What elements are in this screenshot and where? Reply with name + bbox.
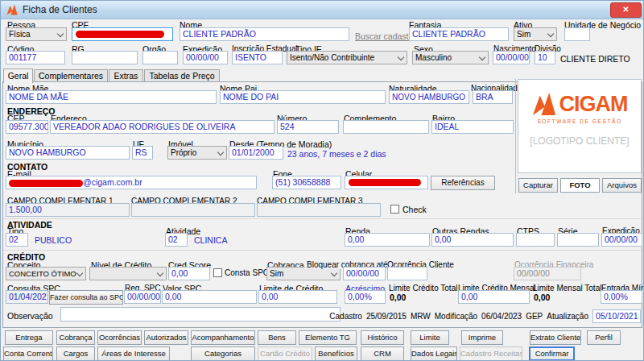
entrega-button[interactable]: Entrega [5,330,53,345]
ativo-select[interactable]: Sim [514,27,557,41]
ocorrencias-button[interactable]: Ocorrências [97,330,142,345]
numero-field[interactable]: 524 [277,120,339,134]
entrada-min-field[interactable]: 0,00% [601,290,642,304]
orgao-field[interactable] [142,51,178,64]
municipio-field[interactable]: NOVO HAMBURGO [6,146,130,160]
ctps-field[interactable] [516,233,555,247]
nome-field[interactable]: CLIENTE PADRÃO [180,27,349,41]
inscricao-estadual-field[interactable]: ISENTO [232,51,283,64]
campo-complementar-1-field[interactable]: 1.500,00 [6,203,130,217]
dados-legais-button[interactable]: Dados Legais [411,346,457,361]
atividade-codigo-field[interactable]: 02 [165,233,188,247]
tab-extras[interactable]: Extras [109,69,143,82]
beneficios-button[interactable]: Benefícios [315,346,357,361]
modificacao-usuario: GEP [526,312,543,321]
fantasia-field[interactable]: CLIENTE PADRÃO [409,27,509,41]
limite-button[interactable]: Limite [411,330,449,345]
reg-spc-field[interactable]: 00/00/00 [124,290,161,304]
observacao-field[interactable] [60,307,341,322]
unidade-negocio-field[interactable] [564,27,590,41]
conta-corrente-button[interactable]: Conta Corrente [3,346,53,361]
buscar-cadastro-link[interactable]: Buscar cadastro [355,31,416,41]
conceito-select[interactable]: CONCEITO ÓTIMO [6,267,86,280]
endereco-field[interactable]: VEREADOR ADAO RODRIGUES DE OLIVEIRA [50,120,275,134]
codigo-field[interactable]: 001177 [6,51,65,64]
close-button[interactable]: ✕ [610,2,642,18]
acompanhamento-button[interactable]: Acompanhamento [191,330,255,345]
extrato-clientes-button[interactable]: Extrato Clientes [530,330,581,345]
elemento-tg-button[interactable]: Elemento TG [299,330,357,345]
confirmar-button[interactable]: Confirmar [529,346,575,361]
campo-complementar-3-field[interactable] [257,203,381,217]
modificacao-data: 06/04/2023 [481,312,522,321]
campo-complementar-2-field[interactable] [131,203,255,217]
brand-name: CIGAM [559,93,628,115]
crm-button[interactable]: CRM [361,346,404,361]
atualizacao-field[interactable]: 05/10/2021 [592,309,641,323]
consta-spc-label: Consta SPC [225,268,269,277]
limite-credito-field[interactable]: 0,00 [258,290,337,304]
cadastro-receitas-button: Cadastro Receitas [460,346,522,361]
redaction [9,180,83,187]
limite-credito-mensal-field[interactable]: 0,00 [458,290,530,304]
bens-button[interactable]: Bens [258,330,296,345]
desde-field[interactable]: 01/01/2000 [229,146,283,160]
redaction [349,179,421,186]
cadastro-label: Cadastro [329,312,362,321]
capturar-button[interactable]: Capturar [518,178,558,193]
tipo-ie-select[interactable]: Isento/Não Contribuinte [287,51,407,64]
uf-field[interactable]: RS [132,146,153,160]
expedicao-ctps-field[interactable]: 00/00/00 [601,233,642,247]
nome-pai-field[interactable]: NOME DO PAI [220,90,386,104]
expedicao-field[interactable]: 00/00/00 [183,51,228,64]
arquivos-button[interactable]: Arquivos [602,178,642,193]
areas-de-interesse-button[interactable]: Áreas de Interesse [97,346,170,361]
fazer-consulta-spc-button[interactable]: Fazer consulta ao SPC [49,290,123,305]
imprime-button[interactable]: Imprime [461,330,503,345]
valor-spc-field[interactable]: 0,00 [162,290,257,304]
nivel-credito-select[interactable] [89,267,167,280]
consta-spc-checkbox[interactable] [213,268,222,277]
tab-complementares[interactable]: Complementares [34,69,108,82]
foto-button[interactable]: FOTO [560,178,600,193]
cpf-field[interactable] [72,27,173,41]
sexo-select[interactable]: Masculino [412,51,489,64]
renda-field[interactable]: 0,00 [345,233,430,247]
divisao-field[interactable]: 10 [535,51,555,64]
cargos-button[interactable]: Cargos [56,346,95,361]
tipo-codigo-field[interactable]: 02 [6,233,28,247]
check-checkbox[interactable] [390,205,399,214]
fone-field[interactable]: (51) 30658888 [272,176,341,189]
pessoa-select[interactable]: Física [6,27,67,41]
naturalidade-field[interactable]: NOVO HAMBURGO [389,90,469,104]
bloquear-cobranca-field[interactable]: 00/00/00 [343,267,386,280]
close-icon: ✕ [622,5,629,14]
rg-field[interactable] [72,51,138,64]
tab-geral[interactable]: Geral [3,68,33,83]
perfil-button[interactable]: Perfil [587,330,621,345]
bairro-field[interactable]: IDEAL [431,120,514,134]
nome-mae-field[interactable]: NOME DA MÃE [6,90,217,104]
email-field[interactable]: @cigam.com.br [6,176,257,189]
serie-field[interactable] [557,233,599,247]
autorizados-button[interactable]: Autorizados [144,330,188,345]
chevron-down-icon [479,54,485,60]
tempo-moradia-text: 23 anos, 7 meses e 2 dias [287,149,386,159]
tab-tabelas-de-preco[interactable]: Tabelas de Preço [144,69,220,82]
outras-rendas-field[interactable]: 0,00 [431,233,514,247]
acrescimo-field[interactable]: 0,00% [345,290,386,304]
cep-field[interactable]: 09577.300 [6,120,48,134]
ocorrencia-cliente-field[interactable] [387,267,427,280]
historico-button[interactable]: Histórico [361,330,404,345]
chevron-down-icon [157,270,163,276]
celular-field[interactable] [345,176,428,189]
imovel-select[interactable]: Próprio [167,146,227,160]
referencias-button[interactable]: Referências [431,176,495,190]
categorias-button[interactable]: Categorias [191,346,255,361]
consulta-spc-field[interactable]: 01/04/2021 [6,290,48,304]
complemento-field[interactable] [343,120,429,134]
cobranca-button[interactable]: Cobrança [56,330,95,345]
nacionalidade-field[interactable]: BRA [473,90,513,104]
nascimento-field[interactable]: 00/00/00 [493,51,530,64]
cred-score-field[interactable]: 0,00 [168,267,210,280]
